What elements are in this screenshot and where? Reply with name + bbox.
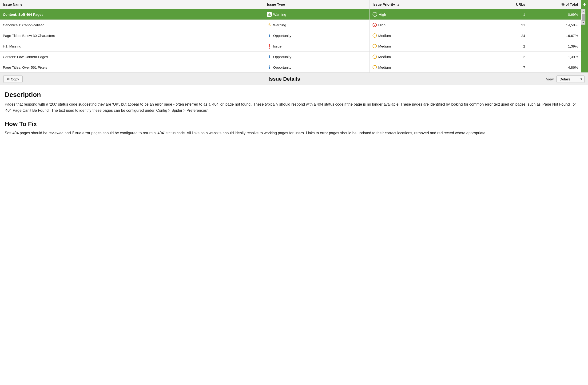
- issue-name-cell: Page Titles: Over 561 Pixels: [0, 62, 264, 73]
- copy-label: Copy: [11, 77, 19, 81]
- view-select-wrapper: Details Summary Table: [556, 76, 585, 83]
- table-row[interactable]: Content: Soft 404 Pages ⚠ Warning ✓ High…: [0, 9, 588, 20]
- issue-type-cell: ℹ Opportunity: [264, 62, 370, 73]
- priority-medium-icon: [373, 44, 377, 48]
- pct-cell: 1,39%: [528, 41, 581, 51]
- pct-cell: 16,67%: [528, 30, 581, 41]
- issue-type-cell: ❗ Issue: [264, 41, 370, 51]
- pct-cell: 0,69%: [528, 9, 581, 20]
- urls-cell: 21: [475, 20, 528, 30]
- scroll-up-button[interactable]: ▲: [581, 9, 586, 13]
- urls-cell: 2: [475, 51, 528, 62]
- urls-cell: 1: [475, 9, 528, 20]
- view-label: View:: [546, 77, 555, 81]
- issue-priority-cell: Medium: [370, 30, 475, 41]
- priority-high-icon: ✓: [373, 12, 377, 17]
- description-text: Pages that respond with a '200' status c…: [5, 101, 583, 113]
- scroll-thumb[interactable]: [582, 14, 585, 21]
- copy-button[interactable]: ⧉ Copy: [3, 75, 22, 83]
- issue-priority-cell: ● High: [370, 20, 475, 30]
- issue-name-cell: Canonicals: Canonicalised: [0, 20, 264, 30]
- issue-priority-label: Medium: [378, 55, 391, 59]
- col-header-issue-name[interactable]: Issue Name: [0, 0, 264, 9]
- issues-table-section: Issue Name Issue Type Issue Priority ▲ U…: [0, 0, 588, 73]
- issue-type-cell: ℹ Opportunity: [264, 51, 370, 62]
- issue-type-label: Issue: [273, 44, 282, 48]
- view-select[interactable]: Details Summary Table: [556, 76, 585, 83]
- issue-priority-cell: Medium: [370, 62, 475, 73]
- issue-priority-label: Medium: [378, 34, 391, 38]
- col-header-pct-total[interactable]: % of Total: [528, 0, 581, 9]
- table-row[interactable]: Content: Low Content Pages ℹ Opportunity…: [0, 51, 588, 62]
- issue-priority-cell: Medium: [370, 41, 475, 51]
- table-row[interactable]: Page Titles: Below 30 Characters ℹ Oppor…: [0, 30, 588, 41]
- issue-type-cell: ⚠ Warning: [264, 9, 370, 20]
- issue-priority-label: Medium: [378, 65, 391, 69]
- scroll-down-button[interactable]: ▼: [581, 21, 586, 25]
- pct-cell: 14,58%: [528, 20, 581, 30]
- info-blue-icon: ℹ: [267, 54, 272, 59]
- info-blue-icon: ℹ: [267, 33, 272, 38]
- sort-arrow-icon: ▲: [397, 3, 400, 6]
- priority-medium-icon: [373, 55, 377, 59]
- copy-icon: ⧉: [7, 77, 9, 81]
- issue-name-cell: Content: Soft 404 Pages: [0, 9, 264, 20]
- issue-type-cell: ⚠ Warning: [264, 20, 370, 30]
- issue-type-label: Opportunity: [273, 34, 292, 38]
- urls-cell: 7: [475, 62, 528, 73]
- scrollbar-column[interactable]: ▲ ▼: [581, 9, 588, 73]
- issue-type-label: Opportunity: [273, 55, 292, 59]
- issue-priority-cell: ✓ High: [370, 9, 475, 20]
- detail-section: Description Pages that respond with a '2…: [0, 85, 588, 144]
- warning-yellow-icon: ⚠: [267, 22, 272, 27]
- howtofix-heading: How To Fix: [5, 120, 583, 128]
- issue-name-cell: Content: Low Content Pages: [0, 51, 264, 62]
- issue-priority-label: High: [379, 12, 386, 17]
- exclamation-red-icon: ❗: [267, 44, 272, 48]
- view-container: View: Details Summary Table: [546, 76, 585, 83]
- add-column-btn[interactable]: +: [581, 0, 588, 9]
- issue-name-cell: H1: Missing: [0, 41, 264, 51]
- priority-medium-icon: [373, 33, 377, 38]
- pct-cell: 1,39%: [528, 51, 581, 62]
- col-header-issue-type[interactable]: Issue Type: [264, 0, 370, 9]
- info-blue-icon: ℹ: [267, 65, 272, 70]
- table-row[interactable]: H1: Missing ❗ Issue Medium 2 1,39%: [0, 41, 588, 51]
- pct-cell: 4,86%: [528, 62, 581, 73]
- table-row[interactable]: Page Titles: Over 561 Pixels ℹ Opportuni…: [0, 62, 588, 73]
- warning-green-icon: ⚠: [267, 12, 272, 17]
- urls-cell: 2: [475, 41, 528, 51]
- toolbar: ⧉ Copy Issue Details View: Details Summa…: [0, 73, 588, 85]
- issue-type-label: Warning: [273, 12, 286, 17]
- table-row[interactable]: Canonicals: Canonicalised ⚠ Warning ● Hi…: [0, 20, 588, 30]
- issue-priority-label: Medium: [378, 44, 391, 48]
- col-header-urls[interactable]: URLs: [475, 0, 528, 9]
- issue-name-cell: Page Titles: Below 30 Characters: [0, 30, 264, 41]
- issues-table: Issue Name Issue Type Issue Priority ▲ U…: [0, 0, 588, 73]
- issue-priority-label: High: [378, 23, 385, 27]
- issue-priority-cell: Medium: [370, 51, 475, 62]
- col-header-issue-priority[interactable]: Issue Priority ▲: [370, 0, 475, 9]
- issue-type-label: Warning: [273, 23, 286, 27]
- howtofix-text: Soft 404 pages should be reviewed and if…: [5, 130, 583, 136]
- priority-high-red-icon: ●: [373, 23, 377, 27]
- priority-medium-icon: [373, 65, 377, 69]
- issue-details-title: Issue Details: [22, 76, 546, 82]
- issue-type-cell: ℹ Opportunity: [264, 30, 370, 41]
- description-heading: Description: [5, 91, 583, 99]
- issue-type-label: Opportunity: [273, 65, 292, 69]
- urls-cell: 24: [475, 30, 528, 41]
